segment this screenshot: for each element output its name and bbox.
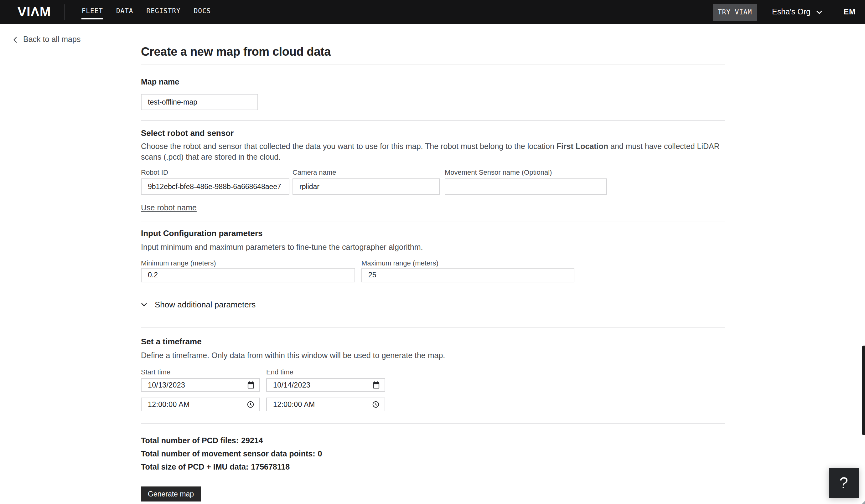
divider xyxy=(141,120,725,121)
min-range-field: Minimum range (meters) xyxy=(141,259,355,282)
nav-link-registry[interactable]: REGISTRY xyxy=(147,4,181,20)
scrollbar-thumb[interactable] xyxy=(862,345,865,435)
nav-link-data[interactable]: DATA xyxy=(116,4,134,20)
timeframe-labels-row: Start time End time xyxy=(141,368,725,376)
end-date-input[interactable]: 10/14/2023 xyxy=(266,378,385,392)
help-button[interactable]: ? xyxy=(829,468,859,498)
max-range-label: Maximum range (meters) xyxy=(361,259,574,266)
divider xyxy=(141,64,725,65)
timeframe-section-heading: Set a timeframe xyxy=(141,337,725,346)
nav-links: FLEET DATA REGISTRY DOCS xyxy=(82,4,211,20)
movement-sensor-field: Movement Sensor name (Optional) xyxy=(445,168,607,195)
max-range-input[interactable] xyxy=(361,268,574,282)
map-name-input[interactable] xyxy=(141,94,258,110)
robot-section-heading: Select robot and sensor xyxy=(141,128,725,138)
start-date-input[interactable]: 10/13/2023 xyxy=(141,378,260,392)
summary-movement-points: Total number of movement sensor data poi… xyxy=(141,449,725,458)
min-range-input[interactable] xyxy=(141,268,355,282)
movement-sensor-label: Movement Sensor name (Optional) xyxy=(445,168,607,176)
nav-link-fleet[interactable]: FLEET xyxy=(82,4,103,20)
range-fields-row: Minimum range (meters) Maximum range (me… xyxy=(141,259,725,282)
min-range-label: Minimum range (meters) xyxy=(141,259,355,266)
resize-grip xyxy=(862,501,865,504)
chevron-down-icon xyxy=(141,302,147,306)
app-root: VIΛM FLEET DATA REGISTRY DOCS TRY VIAM E… xyxy=(0,0,865,504)
viam-logo[interactable]: VIΛM xyxy=(18,4,51,20)
calendar-icon xyxy=(373,381,380,389)
date-inputs-row: 10/13/2023 10/14/2023 xyxy=(141,378,725,392)
start-time-input[interactable]: 12:00:00 AM xyxy=(141,398,260,411)
time-inputs-row: 12:00:00 AM 12:00:00 AM xyxy=(141,398,725,411)
calendar-icon xyxy=(247,381,254,389)
end-date-value: 10/14/2023 xyxy=(273,381,310,389)
back-link-label: Back to all maps xyxy=(23,35,80,44)
max-range-field: Maximum range (meters) xyxy=(361,259,574,282)
avatar[interactable]: EM xyxy=(844,8,856,16)
chevron-down-icon xyxy=(816,10,822,14)
start-date-value: 10/13/2023 xyxy=(148,381,185,389)
robot-section-description: Choose the robot and sensor that collect… xyxy=(141,141,725,162)
summary-total-size: Total size of PCD + IMU data:175678118 xyxy=(141,463,725,471)
start-time-value: 12:00:00 AM xyxy=(148,401,190,408)
top-navbar: VIΛM FLEET DATA REGISTRY DOCS TRY VIAM E… xyxy=(0,0,865,24)
use-robot-name-link[interactable]: Use robot name xyxy=(141,203,197,212)
robot-id-label: Robot ID xyxy=(141,168,289,176)
clock-icon xyxy=(372,401,380,408)
nav-link-docs[interactable]: DOCS xyxy=(194,4,211,20)
back-to-maps-link[interactable]: Back to all maps xyxy=(13,35,80,44)
robot-fields-row: Robot ID Camera name Movement Sensor nam… xyxy=(141,168,725,195)
timeframe-section-description: Define a timeframe. Only data from withi… xyxy=(141,350,725,361)
show-additional-label: Show additional parameters xyxy=(155,300,256,309)
robot-id-field: Robot ID xyxy=(141,168,289,195)
camera-name-field: Camera name xyxy=(292,168,440,195)
chevron-left-icon xyxy=(13,36,18,43)
robot-id-input[interactable] xyxy=(141,178,289,195)
config-section-description: Input minimum and maximum parameters to … xyxy=(141,242,725,253)
show-additional-parameters-toggle[interactable]: Show additional parameters xyxy=(141,300,725,309)
divider xyxy=(141,327,725,328)
org-name: Esha's Org xyxy=(772,8,810,16)
config-section-heading: Input Configuration parameters xyxy=(141,228,725,238)
camera-name-input[interactable] xyxy=(292,178,440,195)
org-switcher[interactable]: Esha's Org xyxy=(772,8,822,16)
location-name: First Location xyxy=(556,142,608,151)
try-viam-button[interactable]: TRY VIAM xyxy=(713,3,757,20)
start-time-label: Start time xyxy=(141,368,260,376)
clock-icon xyxy=(247,401,254,408)
summary-block: Total number of PCD files:29214 Total nu… xyxy=(141,436,725,471)
divider xyxy=(141,222,725,222)
end-time-value: 12:00:00 AM xyxy=(273,401,315,408)
nav-divider xyxy=(65,4,66,20)
generate-map-button[interactable]: Generate map xyxy=(141,487,201,502)
map-name-label: Map name xyxy=(141,78,725,86)
end-time-input[interactable]: 12:00:00 AM xyxy=(266,398,385,411)
end-time-label: End time xyxy=(266,368,293,376)
summary-pcd-files: Total number of PCD files:29214 xyxy=(141,436,725,445)
main-content: Create a new map from cloud data Map nam… xyxy=(141,24,725,502)
nav-right: TRY VIAM Esha's Org EM xyxy=(713,3,856,20)
movement-sensor-input[interactable] xyxy=(445,178,607,195)
divider xyxy=(141,423,725,424)
camera-name-label: Camera name xyxy=(292,168,440,176)
page-title: Create a new map from cloud data xyxy=(141,24,725,59)
